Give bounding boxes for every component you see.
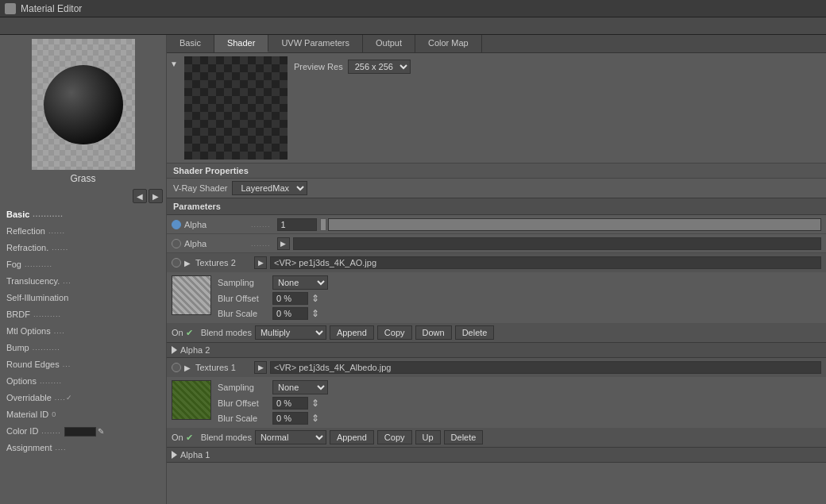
texture1-sampling-select[interactable]: None <box>272 380 328 394</box>
alpha-param-row-2: Alpha ....... ▶ <box>167 234 826 253</box>
texture2-on-check: On ✔ <box>172 328 193 338</box>
tab-shader[interactable]: Shader <box>214 35 268 52</box>
texture2-blend-select[interactable]: Multiply Normal Add <box>255 325 326 340</box>
texture2-header: ▶ Textures 2 ▶ <VR> pe1j3ds_4K_AO.jpg <box>167 253 826 272</box>
blur-offset1-label: Blur Offset <box>218 398 269 408</box>
sidebar-item-label: Translucency. <box>6 275 60 288</box>
sidebar-item-label: Basic <box>6 208 29 221</box>
sidebar-item-brdf[interactable]: BRDF .......... <box>0 306 166 323</box>
sidebar-item-fog[interactable]: Fog .......... <box>0 256 166 273</box>
sidebar-item-label: Reflection <box>6 225 45 238</box>
texture2-copy-btn[interactable]: Copy <box>377 325 412 340</box>
blur-scale-spinner[interactable]: ⇕ <box>311 308 319 319</box>
blur-scale1-spinner[interactable]: ⇕ <box>311 413 319 424</box>
texture2-append-btn[interactable]: Append <box>330 325 374 340</box>
left-toolbar-btn2[interactable]: ▶ <box>149 189 163 203</box>
texture2-blur-scale-input[interactable] <box>272 307 308 320</box>
sidebar-item-label: Color ID <box>6 425 38 438</box>
tab-basic[interactable]: Basic <box>167 35 214 52</box>
texture1-label: Textures 1 <box>195 363 251 372</box>
texture2-delete-btn[interactable]: Delete <box>455 325 495 340</box>
sidebar-item-bump[interactable]: Bump .......... <box>0 340 166 356</box>
tab-color-map[interactable]: Color Map <box>415 35 482 52</box>
sampling1-label: Sampling <box>218 383 269 392</box>
blur-offset-label: Blur Offset <box>218 294 269 303</box>
alpha1-row[interactable]: Alpha 1 <box>167 447 826 462</box>
main-preview-box <box>184 56 288 160</box>
shader-row: V-Ray Shader LayeredMax <box>167 179 826 198</box>
tab-uvw-parameters[interactable]: UVW Parameters <box>268 35 363 52</box>
texture1-delete-btn[interactable]: Delete <box>444 430 484 444</box>
texture2-section: ▶ Textures 2 ▶ <VR> pe1j3ds_4K_AO.jpg Sa… <box>167 253 826 358</box>
alpha1-bar[interactable] <box>328 218 821 231</box>
sidebar-item-color-id[interactable]: Color ID ....... ✎ <box>0 423 166 440</box>
texture1-blend-select[interactable]: Normal Multiply Add <box>255 430 326 444</box>
sidebar-item-material-id[interactable]: Material ID 0 <box>0 406 166 423</box>
sidebar-item-round-edges[interactable]: Round Edges ... <box>0 356 166 373</box>
blur-scale1-label: Blur Scale <box>218 414 269 423</box>
tab-output[interactable]: Output <box>363 35 415 52</box>
texture2-blur-offset-input[interactable] <box>272 292 308 305</box>
texture1-play-btn[interactable]: ▶ <box>254 361 267 374</box>
material-name: Grass <box>0 171 166 187</box>
preview-res-select[interactable]: 256 x 256 128 x 128 512 x 512 <box>348 60 411 74</box>
nav-list: Basic ........... Reflection ...... Refr… <box>0 205 166 504</box>
sidebar-item-basic[interactable]: Basic ........... <box>0 206 166 223</box>
toolbar-strip <box>0 17 826 35</box>
texture2-sampling-select[interactable]: None <box>272 275 328 290</box>
alpha1-bar-fill <box>329 219 820 230</box>
sidebar-item-reflection[interactable]: Reflection ...... <box>0 223 166 240</box>
window-title: Material Editor <box>21 3 82 14</box>
sidebar-item-label: Assignment <box>6 441 52 455</box>
texture2-path: <VR> pe1j3ds_4K_AO.jpg <box>270 256 821 269</box>
tabs-bar: Basic Shader UVW Parameters Output Color… <box>167 35 826 53</box>
alpha2-play-btn[interactable]: ▶ <box>277 237 290 250</box>
preview-section: ▼ Preview Res 256 x 256 128 x 128 512 x … <box>167 53 826 163</box>
material-preview <box>32 39 135 170</box>
alpha2-radio[interactable] <box>172 239 181 248</box>
right-panel: Basic Shader UVW Parameters Output Color… <box>167 35 826 504</box>
app-icon <box>5 3 16 14</box>
texture2-down-btn[interactable]: Down <box>415 325 452 340</box>
texture1-up-btn[interactable]: Up <box>415 430 441 444</box>
sidebar-item-overridable[interactable]: Overridable ....✓ <box>0 390 166 406</box>
blend-modes1-label: Blend modes <box>201 433 252 442</box>
sampling-label: Sampling <box>218 278 269 287</box>
sidebar-item-label: Overridable <box>6 391 52 405</box>
sidebar-item-assignment[interactable]: Assignment .... <box>0 440 166 456</box>
texture1-blur-offset-input[interactable] <box>272 397 308 410</box>
sidebar-item-self-illumination[interactable]: Self-Illumination <box>0 290 166 306</box>
sidebar-item-label: Material ID <box>6 408 48 421</box>
texture1-append-btn[interactable]: Append <box>330 430 374 444</box>
texture2-radio[interactable] <box>172 258 181 267</box>
alpha2-bar[interactable] <box>293 237 821 250</box>
alpha2-row[interactable]: Alpha 2 <box>167 342 826 357</box>
texture1-controls: Sampling None Blur Offset ⇕ Blur Scale <box>218 380 821 425</box>
blur-offset1-spinner[interactable]: ⇕ <box>311 398 319 409</box>
sidebar-item-options[interactable]: Options ........ <box>0 373 166 390</box>
alpha2-row-label: Alpha 2 <box>180 345 210 355</box>
alpha1-radio[interactable] <box>172 220 181 229</box>
texture2-expand-icon[interactable]: ▶ <box>184 259 191 267</box>
texture1-blend-row: On ✔ Blend modes Normal Multiply Add App… <box>167 428 826 447</box>
vray-shader-select[interactable]: LayeredMax <box>232 181 307 195</box>
texture1-path: <VR> pe1j3ds_4K_Albedo.jpg <box>270 361 821 374</box>
alpha1-input[interactable] <box>277 218 317 231</box>
sidebar-item-translucency[interactable]: Translucency. ... <box>0 273 166 290</box>
sidebar-item-label: Round Edges <box>6 358 60 371</box>
texture1-radio[interactable] <box>172 363 181 372</box>
alpha1-label: Alpha <box>184 220 248 229</box>
texture1-copy-btn[interactable]: Copy <box>377 430 412 444</box>
texture1-blur-scale-input[interactable] <box>272 412 308 425</box>
alpha2-expand-icon <box>172 346 177 354</box>
main-layout: Grass ◀ ▶ Basic ........... Reflection .… <box>0 35 826 504</box>
sidebar-item-label: Bump <box>6 341 29 355</box>
texture1-expand-icon[interactable]: ▶ <box>184 364 191 372</box>
blur-offset-spinner[interactable]: ⇕ <box>311 293 319 304</box>
left-toolbar-btn1[interactable]: ◀ <box>133 189 147 203</box>
sidebar-item-label: Fog <box>6 258 21 271</box>
texture2-play-btn[interactable]: ▶ <box>254 256 267 269</box>
sidebar-item-refraction[interactable]: Refraction. ...... <box>0 240 166 256</box>
sidebar-item-label: Refraction. <box>6 241 48 255</box>
sidebar-item-mtl-options[interactable]: Mtl Options .... <box>0 323 166 340</box>
